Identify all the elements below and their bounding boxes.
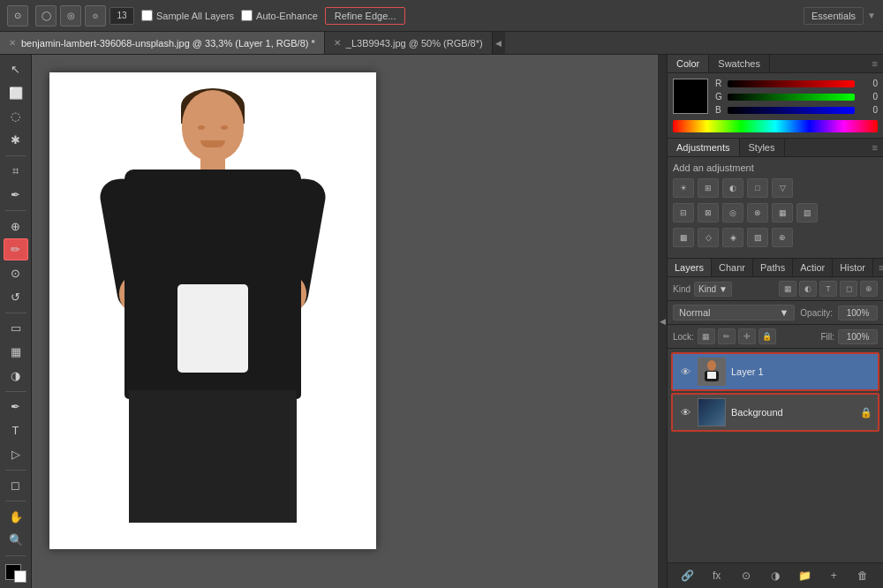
pen-tool-btn[interactable]: ✒ — [4, 396, 28, 418]
type-tool-btn[interactable]: T — [4, 419, 28, 441]
layer-group-btn[interactable]: 📁 — [795, 567, 814, 584]
tool-divider-7 — [5, 555, 26, 556]
background-visibility-toggle[interactable]: 👁 — [678, 405, 692, 419]
adj-hue-sat[interactable]: ◇ — [698, 228, 719, 247]
path-select-btn[interactable]: ▷ — [4, 443, 28, 465]
layer-delete-btn[interactable]: 🗑 — [853, 567, 872, 584]
blend-mode-dropdown[interactable]: Normal ▼ — [673, 305, 795, 320]
lock-pixels-btn[interactable]: ✏ — [718, 328, 736, 344]
adj-curves[interactable]: ⊞ — [698, 178, 719, 198]
layers-panel-menu[interactable]: ≡ — [873, 259, 883, 276]
color-panel: Color Swatches ≡ R 0 G — [668, 55, 883, 139]
tab-color[interactable]: Color — [668, 55, 709, 72]
layer-item-layer1[interactable]: 👁 La — [671, 352, 879, 391]
current-color-swatch[interactable] — [673, 79, 708, 114]
adj-invert[interactable]: ⊗ — [747, 203, 768, 222]
brush-type-btn2[interactable]: ◎ — [60, 5, 81, 26]
lock-transparent-btn[interactable]: ▦ — [698, 328, 715, 344]
blend-mode-value: Normal — [679, 307, 710, 318]
adj-brightness[interactable]: ☀ — [673, 178, 694, 198]
brush-tool-btn[interactable]: ✏ — [4, 238, 28, 260]
tab-channels[interactable]: Chanr — [712, 259, 753, 276]
eraser-btn[interactable]: ▭ — [4, 318, 28, 340]
tab-styles[interactable]: Styles — [740, 139, 785, 156]
kind-filter-dropdown[interactable]: Kind▼ — [694, 282, 732, 297]
filter-type-btn[interactable]: T — [819, 281, 837, 297]
right-panel-collapse[interactable]: ◀ — [658, 55, 667, 588]
tab-2[interactable]: ✕ _L3B9943.jpg @ 50% (RGB/8*) — [325, 32, 493, 54]
adj-color-lookup[interactable]: ⊕ — [772, 228, 793, 247]
blue-slider[interactable] — [728, 107, 855, 114]
brush-size-display[interactable]: 13 — [109, 7, 134, 25]
history-brush-btn[interactable]: ↺ — [4, 286, 28, 308]
layer-adjustment-btn[interactable]: ◑ — [766, 567, 785, 584]
zoom-tool-btn[interactable]: 🔍 — [4, 530, 28, 552]
shape-tool-btn[interactable]: ◻ — [4, 474, 28, 496]
color-panel-menu[interactable]: ≡ — [867, 55, 883, 72]
brush-type-btn[interactable]: ◯ — [35, 5, 57, 26]
adj-exposure[interactable]: ◈ — [722, 228, 743, 247]
adjustments-panel-menu[interactable]: ≡ — [867, 139, 883, 156]
gradient-btn[interactable]: ▦ — [4, 341, 28, 363]
background-color[interactable] — [14, 570, 26, 583]
adj-selective-color[interactable]: ▩ — [673, 228, 694, 247]
tab-actions[interactable]: Actior — [793, 259, 833, 276]
refine-edge-button[interactable]: Refine Edge... — [325, 7, 406, 25]
tab-2-close[interactable]: ✕ — [334, 38, 341, 48]
lock-all-btn[interactable]: 🔒 — [758, 328, 776, 344]
tab-layers[interactable]: Layers — [668, 259, 712, 276]
tab-2-label: _L3B9943.jpg @ 50% (RGB/8*) — [346, 38, 483, 49]
opacity-value[interactable]: 100% — [838, 305, 878, 320]
green-slider[interactable] — [728, 94, 855, 101]
layer-link-btn[interactable]: 🔗 — [678, 567, 698, 584]
tab-1-close[interactable]: ✕ — [9, 38, 16, 48]
tab-history[interactable]: Histor — [833, 259, 873, 276]
crop-tool-btn[interactable]: ⌗ — [4, 161, 28, 183]
brush-settings-group: ◯ ◎ ⌾ 13 — [35, 5, 134, 26]
color-spectrum-bar[interactable] — [673, 120, 878, 132]
brush-type-btn3[interactable]: ⌾ — [85, 5, 106, 26]
red-slider[interactable] — [728, 80, 855, 87]
brush-preset-picker[interactable]: ⊙ — [7, 5, 28, 26]
tab-1[interactable]: ✕ benjamin-lambert-396068-unsplash.jpg @… — [0, 32, 325, 54]
tab-swatches[interactable]: Swatches — [709, 55, 770, 72]
adj-channel-mixer[interactable]: ⊠ — [698, 203, 719, 222]
adj-threshold[interactable]: ▧ — [796, 203, 818, 222]
eyedropper-btn[interactable]: ✒ — [4, 184, 28, 206]
adj-gradient-map[interactable]: ▽ — [772, 178, 793, 198]
sample-all-layers-checkbox[interactable] — [141, 10, 153, 21]
filter-pixel-btn[interactable]: ▦ — [779, 281, 796, 297]
hand-tool-btn[interactable]: ✋ — [4, 506, 28, 528]
adj-vibrance[interactable]: □ — [747, 178, 768, 198]
filter-smartobj-btn[interactable]: ⊕ — [860, 281, 878, 297]
tab-adjustments[interactable]: Adjustments — [668, 139, 740, 156]
marquee-tool-btn[interactable]: ⬜ — [4, 82, 28, 104]
color-swatches[interactable] — [4, 562, 28, 584]
clone-stamp-btn[interactable]: ⊙ — [4, 262, 28, 284]
layer-fx-btn[interactable]: fx — [707, 567, 727, 584]
panel-collapse-btn[interactable]: ◀ — [493, 32, 505, 54]
adj-levels[interactable]: ◐ — [722, 178, 743, 198]
adj-posterize[interactable]: ▦ — [772, 203, 793, 222]
layer1-visibility-toggle[interactable]: 👁 — [678, 365, 692, 379]
magic-wand-btn[interactable]: ✱ — [4, 129, 28, 151]
tab-paths[interactable]: Paths — [753, 259, 793, 276]
workspace-dropdown-arrow[interactable]: ▼ — [867, 11, 876, 20]
lock-position-btn[interactable]: ✛ — [738, 328, 756, 344]
adj-color-balance[interactable]: ◎ — [722, 203, 743, 222]
filter-adjust-btn[interactable]: ◐ — [799, 281, 817, 297]
workspace-selector[interactable]: Essentials — [804, 7, 864, 25]
layer-item-background[interactable]: 👁 Background 🔒 — [671, 393, 879, 432]
dodge-btn[interactable]: ◑ — [4, 365, 28, 387]
lasso-tool-btn[interactable]: ◌ — [4, 105, 28, 127]
filter-shape-btn[interactable]: ◻ — [840, 281, 857, 297]
spot-heal-btn[interactable]: ⊕ — [4, 215, 28, 237]
layer-mask-btn[interactable]: ⊙ — [736, 567, 756, 584]
adj-photo-filter[interactable]: ⊟ — [673, 203, 694, 222]
move-tool-btn[interactable]: ↖ — [4, 58, 28, 80]
adj-shadows[interactable]: ▨ — [747, 228, 768, 247]
layer-new-btn[interactable]: + — [824, 567, 843, 584]
fill-value[interactable]: 100% — [838, 329, 878, 344]
filter-label: Kind — [673, 284, 691, 294]
auto-enhance-checkbox[interactable] — [241, 10, 253, 21]
